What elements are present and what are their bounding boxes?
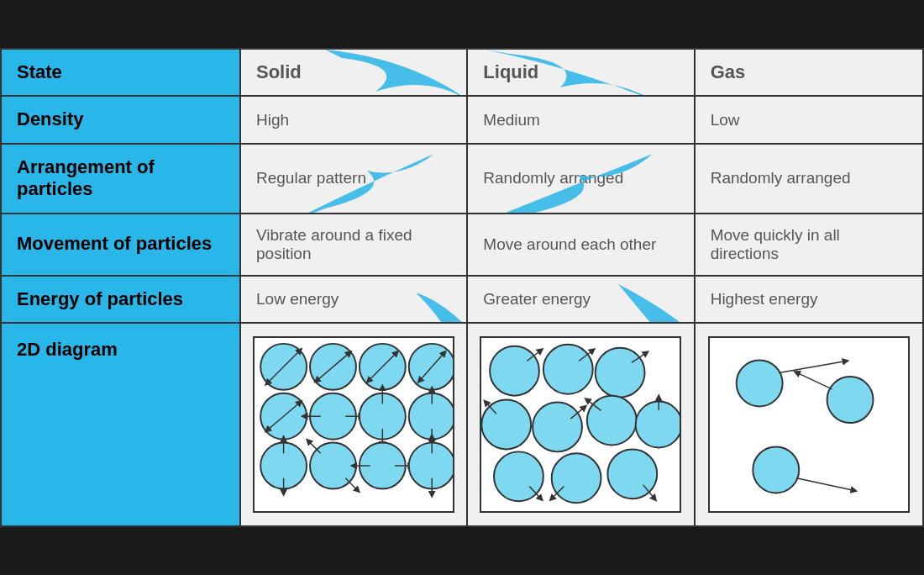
header-energy: Energy of particles [2, 277, 241, 322]
energy-arrow-solid [416, 277, 466, 322]
arrangement-gas: Randomly arranged [696, 145, 922, 213]
movement-gas: Move quickly in all directions [696, 214, 922, 275]
arrangement-arrow-liquid [476, 154, 661, 213]
movement-liquid: Move around each other [468, 214, 695, 275]
svg-point-60 [753, 446, 799, 493]
density-solid: High [241, 97, 468, 142]
svg-line-59 [796, 372, 832, 389]
header-density: Density [2, 97, 241, 142]
svg-point-52 [552, 453, 601, 503]
svg-point-46 [587, 396, 637, 446]
liquid-arrow-decoration [485, 50, 669, 95]
density-liquid: Medium [468, 97, 695, 142]
row-arrangement: Arrangement of particles Regular pattern… [2, 145, 922, 214]
energy-label: Energy of particles [17, 288, 183, 310]
diagram-liquid-svg [480, 336, 681, 513]
svg-point-42 [482, 400, 532, 450]
state-solid: Solid [241, 50, 468, 95]
movement-label: Movement of particles [17, 233, 212, 255]
arrangement-liquid: Randomly arranged [468, 145, 695, 213]
svg-line-57 [780, 361, 845, 372]
svg-point-40 [596, 348, 645, 398]
header-diagram: 2D diagram [2, 324, 241, 525]
diagram-gas-cell [696, 324, 922, 525]
svg-line-61 [796, 478, 854, 491]
diagram-liquid-cell [468, 324, 695, 525]
state-liquid: Liquid [468, 50, 695, 95]
density-gas: Low [696, 97, 922, 142]
svg-point-58 [827, 377, 873, 423]
diagram-label: 2D diagram [17, 339, 118, 361]
header-movement: Movement of particles [2, 214, 241, 275]
diagram-solid-svg [253, 336, 454, 513]
arrangement-solid: Regular pattern [241, 145, 468, 213]
state-label: State [17, 61, 62, 83]
svg-point-54 [608, 449, 658, 499]
row-diagram: 2D diagram [2, 324, 922, 525]
row-density: Density High Medium Low [2, 97, 922, 144]
energy-arrow-liquid [618, 277, 685, 322]
density-label: Density [17, 108, 83, 130]
movement-solid: Vibrate around a fixed position [241, 214, 468, 275]
state-gas: Gas [696, 50, 922, 95]
svg-point-36 [491, 346, 540, 396]
energy-solid: Low energy [241, 277, 468, 322]
row-state: State Solid Liquid Gas [2, 50, 922, 97]
energy-gas: Highest energy [696, 277, 922, 322]
row-energy: Energy of particles Low energy Greater e… [2, 277, 922, 324]
row-movement: Movement of particles Vibrate around a f… [2, 214, 922, 277]
svg-point-38 [543, 345, 593, 394]
diagram-gas-svg [708, 336, 910, 513]
arrangement-label: Arrangement of particles [17, 156, 224, 201]
header-state: State [2, 50, 241, 95]
header-arrangement: Arrangement of particles [2, 145, 241, 213]
main-table: State Solid Liquid Gas Density High Medi… [0, 48, 924, 527]
arrangement-arrow-solid [275, 154, 443, 213]
svg-point-44 [533, 402, 583, 451]
svg-point-56 [737, 360, 783, 406]
solid-arrow-decoration [291, 50, 468, 95]
diagram-solid-cell [241, 324, 468, 525]
energy-liquid: Greater energy [468, 277, 695, 322]
